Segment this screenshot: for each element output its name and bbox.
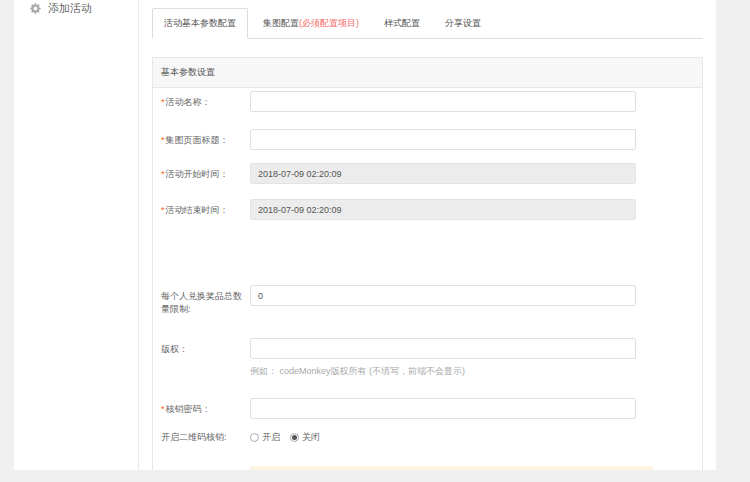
field-label: 每个人兑换奖品总数量限制: <box>161 291 242 314</box>
activity-name-input[interactable] <box>250 91 636 112</box>
form-row-copyright: 版权： 例如： codeMonkey版权所有 (不填写，前端不会显示) <box>161 338 694 378</box>
qrcode-radio-group: 开启 关闭 <box>250 426 653 444</box>
main-content: 活动基本参数配置 集图配置(必须配置项目) 样式配置 分享设置 基本参数设置 *… <box>139 0 716 470</box>
copyright-hint: 例如： codeMonkey版权所有 (不填写，前端不会显示) <box>250 365 653 378</box>
panel-title: 基本参数设置 <box>153 58 702 88</box>
radio-option-on[interactable]: 开启 <box>250 431 280 444</box>
required-asterisk: * <box>161 97 165 107</box>
field-label: 版权： <box>161 344 188 354</box>
sidebar: 添加活动 <box>14 0 139 470</box>
field-label: 开启二维码核销: <box>161 432 227 442</box>
tab-basic-params[interactable]: 活动基本参数配置 <box>152 8 248 39</box>
field-label: 集图页面标题： <box>166 135 229 145</box>
form-row-prize-limit: 每个人兑换奖品总数量限制: <box>161 285 694 316</box>
start-time-input[interactable] <box>250 163 636 184</box>
sidebar-item-label: 添加活动 <box>48 1 92 16</box>
page-title-input[interactable] <box>250 129 636 150</box>
tab-share-settings[interactable]: 分享设置 <box>435 9 491 38</box>
end-time-input[interactable] <box>250 199 636 220</box>
form: *活动名称： *集图页面标题： *活动开始时间： *活动结束时间： 每个人兑换奖 <box>153 91 702 470</box>
verify-password-input[interactable] <box>250 398 636 419</box>
form-row-warning: 开启二维码核销功能，需要单独安装“微小猴核销管理中心” 插件。模块编码为：100… <box>161 466 694 470</box>
basic-params-panel: 基本参数设置 *活动名称： *集图页面标题： *活动开始时间： *活动结束时间： <box>152 57 703 470</box>
required-asterisk: * <box>161 169 165 179</box>
form-row-verify-password: *核销密码： <box>161 398 694 419</box>
form-row-start-time: *活动开始时间： <box>161 163 694 184</box>
field-label: 活动开始时间： <box>166 169 229 179</box>
tab-required-note: (必须配置项目) <box>299 18 359 28</box>
form-row-activity-name: *活动名称： <box>161 91 694 112</box>
tab-bar: 活动基本参数配置 集图配置(必须配置项目) 样式配置 分享设置 <box>152 10 703 39</box>
field-label: 核销密码： <box>166 404 211 414</box>
required-asterisk: * <box>161 404 165 414</box>
radio-label: 开启 <box>262 431 280 444</box>
radio-label: 关闭 <box>302 431 320 444</box>
gear-icon <box>29 2 42 15</box>
tab-style-config[interactable]: 样式配置 <box>374 9 430 38</box>
radio-dot <box>290 433 299 442</box>
radio-dot <box>250 433 259 442</box>
field-label: 活动结束时间： <box>166 205 229 215</box>
form-row-end-time: *活动结束时间： <box>161 199 694 220</box>
required-asterisk: * <box>161 135 165 145</box>
form-row-page-title: *集图页面标题： <box>161 129 694 150</box>
required-asterisk: * <box>161 205 165 215</box>
field-label: 活动名称： <box>166 97 211 107</box>
tab-image-config[interactable]: 集图配置(必须配置项目) <box>253 9 369 38</box>
plugin-warning-box: 开启二维码核销功能，需要单独安装“微小猴核销管理中心” 插件。模块编码为：100… <box>250 466 653 470</box>
copyright-input[interactable] <box>250 338 636 359</box>
prize-limit-input[interactable] <box>250 285 636 306</box>
form-row-qrcode-verify: 开启二维码核销: 开启 关闭 <box>161 426 694 444</box>
radio-option-off[interactable]: 关闭 <box>290 431 320 444</box>
app-window: 添加活动 活动基本参数配置 集图配置(必须配置项目) 样式配置 分享设置 基本参… <box>14 0 716 470</box>
sidebar-item-add-activity[interactable]: 添加活动 <box>14 0 138 20</box>
